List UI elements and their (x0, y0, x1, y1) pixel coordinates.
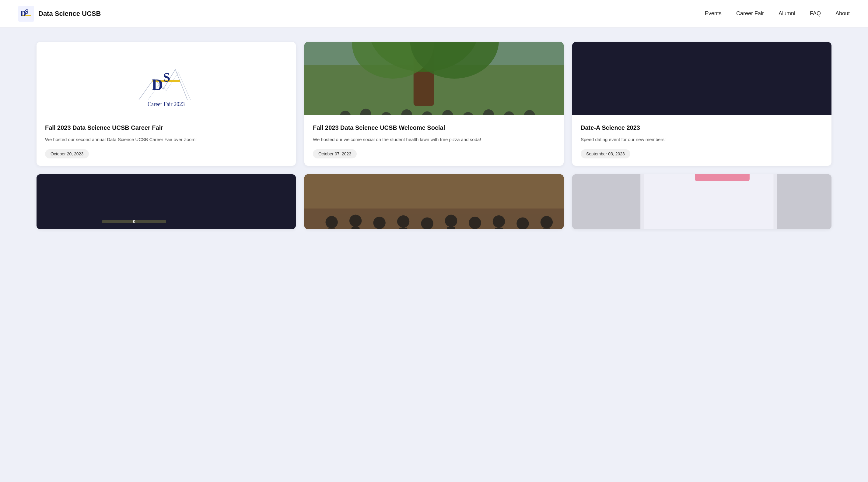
card-date-a-science[interactable]: Date-A Science 2023 Speed dating event f… (572, 42, 832, 166)
nav-brand: D S Data Science UCSB (18, 6, 101, 22)
card-row2-zoom[interactable]: K (36, 174, 296, 229)
card-row2-zoom-image: K (36, 174, 296, 229)
svg-rect-56 (542, 228, 551, 229)
nav-links: Events Career Fair Alumni FAQ About (705, 10, 850, 17)
cards-row-1: D S Career Fair 2023 Fall 2023 Data Scie… (36, 42, 832, 166)
svg-point-49 (469, 217, 481, 229)
card-career-fair-image: D S Career Fair 2023 (36, 42, 296, 115)
card-row2-group[interactable] (304, 174, 564, 229)
nav-link-events[interactable]: Events (705, 10, 722, 17)
card-career-fair-desc: We hosted our second annual Data Science… (45, 136, 287, 143)
card-welcome-social[interactable]: Fall 2023 Data Science UCSB Welcome Soci… (304, 42, 564, 166)
svg-point-55 (540, 216, 553, 228)
nav-link-about[interactable]: About (835, 10, 850, 17)
svg-point-43 (397, 216, 409, 228)
card-career-fair[interactable]: D S Career Fair 2023 Fall 2023 Data Scie… (36, 42, 296, 166)
main-content: D S Career Fair 2023 Fall 2023 Data Scie… (0, 27, 868, 252)
career-fair-logo-svg: D S Career Fair 2023 (130, 45, 203, 112)
card-career-fair-date: October 20, 2023 (45, 149, 89, 159)
svg-rect-48 (447, 227, 455, 229)
card-date-a-science-image (572, 42, 832, 115)
ds-logo-icon: D S (18, 6, 34, 22)
card-row2-lecture-image (572, 174, 832, 229)
svg-rect-60 (695, 174, 750, 181)
card-welcome-social-image (304, 42, 564, 115)
nav-link-career-fair[interactable]: Career Fair (736, 10, 764, 17)
card-row2-group-image (304, 174, 564, 229)
card-welcome-social-desc: We hosted our welcome social on the stud… (313, 136, 555, 143)
svg-point-37 (326, 216, 338, 228)
svg-rect-40 (351, 227, 360, 229)
svg-point-47 (445, 215, 457, 227)
card-welcome-social-title: Fall 2023 Data Science UCSB Welcome Soci… (313, 124, 555, 132)
svg-rect-59 (644, 174, 773, 229)
svg-point-39 (349, 215, 362, 227)
card-date-a-science-date: September 03, 2023 (581, 149, 630, 159)
svg-text:D: D (152, 76, 163, 93)
navbar: D S Data Science UCSB Events Career Fair… (0, 0, 868, 27)
card-welcome-social-body: Fall 2023 Data Science UCSB Welcome Soci… (304, 115, 564, 166)
card-career-fair-title: Fall 2023 Data Science UCSB Career Fair (45, 124, 287, 132)
card-welcome-social-date: October 07, 2023 (313, 149, 357, 159)
svg-point-51 (493, 216, 505, 228)
card-date-a-science-body: Date-A Science 2023 Speed dating event f… (572, 115, 832, 166)
card-row2-lecture[interactable] (572, 174, 832, 229)
card-career-fair-body: Fall 2023 Data Science UCSB Career Fair … (36, 115, 296, 166)
svg-point-41 (373, 217, 385, 229)
site-title: Data Science UCSB (38, 10, 101, 18)
svg-rect-52 (495, 228, 503, 229)
nav-link-alumni[interactable]: Alumni (778, 10, 795, 17)
nav-link-faq[interactable]: FAQ (810, 10, 821, 17)
svg-text:S: S (25, 8, 28, 15)
svg-rect-38 (328, 228, 336, 229)
svg-rect-44 (399, 228, 407, 229)
card-date-a-science-desc: Speed dating event for our new members! (581, 136, 823, 143)
card-date-a-science-title: Date-A Science 2023 (581, 124, 823, 132)
svg-text:S: S (163, 70, 170, 84)
cards-row-2: K (36, 174, 832, 229)
svg-text:Career Fair 2023: Career Fair 2023 (148, 101, 185, 107)
